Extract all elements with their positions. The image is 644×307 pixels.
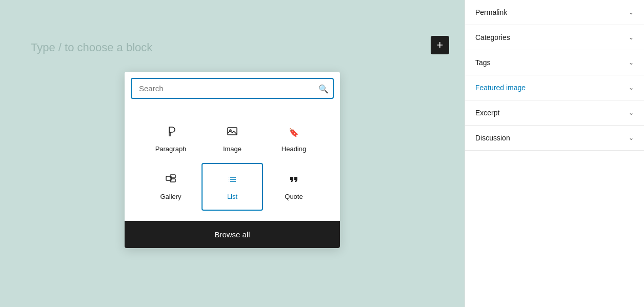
excerpt-chevron: ⌄ (629, 109, 634, 116)
quote-label: Quote (285, 193, 303, 200)
permalink-chevron: ⌄ (629, 9, 634, 16)
search-icon-button[interactable]: 🔍 (318, 84, 329, 93)
image-icon (226, 126, 238, 141)
sidebar-section-categories: Categories ⌄ (465, 25, 644, 50)
sidebar: Permalink ⌄ Categories ⌄ Tags ⌄ Featured… (465, 0, 644, 307)
editor-placeholder: Type / to choose a block (31, 41, 152, 54)
heading-icon: 🔖 (288, 126, 300, 141)
block-item-heading[interactable]: 🔖 Heading (263, 115, 325, 163)
search-icon: 🔍 (318, 84, 329, 93)
gallery-label: Gallery (160, 193, 181, 200)
categories-chevron: ⌄ (629, 34, 634, 41)
heading-label: Heading (281, 145, 306, 153)
featured-image-header[interactable]: Featured image ⌄ (465, 75, 644, 100)
add-block-button[interactable]: + (431, 36, 449, 54)
list-icon (226, 173, 238, 189)
block-item-paragraph[interactable]: Paragraph (140, 115, 202, 163)
featured-image-chevron: ⌄ (629, 84, 634, 91)
sidebar-section-excerpt: Excerpt ⌄ (465, 100, 644, 126)
permalink-header[interactable]: Permalink ⌄ (465, 0, 644, 25)
categories-title: Categories (475, 33, 510, 42)
sidebar-section-featured-image: Featured image ⌄ (465, 75, 644, 100)
sidebar-section-discussion: Discussion ⌄ (465, 126, 644, 151)
tags-chevron: ⌄ (629, 59, 634, 66)
plus-icon: + (437, 38, 444, 52)
quote-icon (288, 173, 300, 189)
search-input[interactable] (131, 78, 334, 99)
block-item-gallery[interactable]: Gallery (140, 163, 202, 211)
blocks-grid: Paragraph Image 🔖 (125, 105, 340, 221)
browse-all-button[interactable]: Browse all (125, 221, 340, 248)
featured-image-title: Featured image (475, 84, 526, 92)
permalink-title: Permalink (475, 8, 507, 16)
search-wrapper: 🔍 (131, 78, 334, 99)
block-item-image[interactable]: Image (202, 115, 263, 163)
svg-text:🔖: 🔖 (289, 128, 299, 137)
search-area: 🔍 (125, 72, 340, 105)
discussion-title: Discussion (475, 134, 510, 142)
excerpt-header[interactable]: Excerpt ⌄ (465, 100, 644, 125)
sidebar-section-permalink: Permalink ⌄ (465, 0, 644, 25)
tags-title: Tags (475, 58, 491, 67)
excerpt-title: Excerpt (475, 109, 499, 117)
discussion-chevron: ⌄ (629, 134, 634, 141)
tags-header[interactable]: Tags ⌄ (465, 50, 644, 75)
block-picker: 🔍 Paragraph (125, 72, 340, 248)
sidebar-section-tags: Tags ⌄ (465, 50, 644, 75)
list-label: List (227, 193, 237, 200)
block-item-list[interactable]: List (202, 163, 263, 211)
discussion-header[interactable]: Discussion ⌄ (465, 126, 644, 150)
image-label: Image (223, 145, 242, 153)
svg-rect-2 (228, 128, 237, 135)
categories-header[interactable]: Categories ⌄ (465, 25, 644, 50)
editor-area: Type / to choose a block + 🔍 (0, 0, 465, 307)
block-item-quote[interactable]: Quote (263, 163, 325, 211)
paragraph-label: Paragraph (155, 145, 187, 153)
gallery-icon (165, 173, 177, 189)
paragraph-icon (165, 126, 177, 141)
